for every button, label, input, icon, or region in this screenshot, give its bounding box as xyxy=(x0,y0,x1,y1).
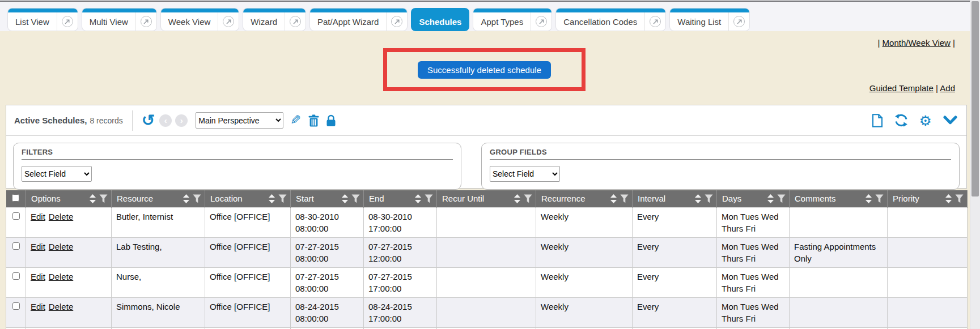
column-header-recur-until: Recur Until xyxy=(437,190,536,207)
external-link-icon[interactable] xyxy=(728,12,749,31)
priority-cell xyxy=(888,207,968,237)
external-link-icon[interactable] xyxy=(135,12,156,31)
edit-link[interactable]: Edit xyxy=(31,212,45,221)
column-label: End xyxy=(369,194,411,203)
filter-funnel-icon[interactable] xyxy=(705,194,713,203)
filter-funnel-icon[interactable] xyxy=(351,194,360,203)
row-checkbox[interactable] xyxy=(12,272,20,280)
column-header-start: Start xyxy=(291,190,364,207)
guided-template-link[interactable]: Guided Template xyxy=(869,83,934,93)
delete-link[interactable]: Delete xyxy=(49,302,73,311)
filter-funnel-icon[interactable] xyxy=(524,194,532,203)
tab-week-view[interactable]: Week View xyxy=(161,8,239,31)
external-link-icon[interactable] xyxy=(531,12,551,31)
filter-funnel-icon[interactable] xyxy=(777,194,786,203)
options-cell: EditDelete xyxy=(26,267,112,297)
table-row: EditDeleteLab Testing,Office [OFFICE]07-… xyxy=(6,237,968,267)
end-cell: 08-30-2010 17:00:00 xyxy=(364,207,437,237)
edit-link[interactable]: Edit xyxy=(31,242,45,251)
table-row: EditDeleteNurse,Office [OFFICE]07-27-201… xyxy=(6,267,968,297)
success-notification[interactable]: Successfully deleted schedule xyxy=(418,61,551,79)
tab-label: Appt Types xyxy=(473,17,531,27)
filter-funnel-icon[interactable] xyxy=(875,194,884,203)
tab-list-view[interactable]: List View xyxy=(8,8,78,31)
tab-label: Week View xyxy=(161,17,218,27)
tab-cancellation-codes[interactable]: Cancellation Codes xyxy=(556,8,665,31)
row-checkbox[interactable] xyxy=(12,242,20,250)
filter-panels: FILTERS Select Field GROUP FIELDS Select… xyxy=(6,136,966,190)
row-checkbox[interactable] xyxy=(12,302,20,310)
days-cell: Mon Tues Wed Thurs Fri xyxy=(717,207,790,237)
external-link-icon[interactable] xyxy=(386,12,407,31)
month-week-view-link[interactable]: Month/Week View xyxy=(883,38,951,48)
external-link-icon[interactable] xyxy=(285,12,306,31)
filter-funnel-icon[interactable] xyxy=(620,194,629,203)
table-header-row: OptionsResourceLocationStartEndRecur Unt… xyxy=(6,190,968,207)
filters-field-select[interactable]: Select Field xyxy=(22,166,92,182)
refresh-icon[interactable] xyxy=(894,114,908,127)
location-cell: Office [OFFICE] xyxy=(205,297,291,327)
end-cell: 07-27-2015 17:00:00 xyxy=(364,267,437,297)
next-perspective-icon[interactable]: › xyxy=(175,114,188,127)
delete-perspective-icon[interactable] xyxy=(308,114,319,127)
column-label: Interval xyxy=(638,194,691,203)
tab-waiting-list[interactable]: Waiting List xyxy=(670,8,749,31)
sort-icon[interactable] xyxy=(865,194,872,203)
new-document-icon[interactable] xyxy=(872,114,883,127)
sort-icon[interactable] xyxy=(183,194,190,203)
tab-label: List View xyxy=(8,17,57,27)
delete-link[interactable]: Delete xyxy=(49,212,73,221)
edit-link[interactable]: Edit xyxy=(31,272,45,281)
start-cell: 08-30-2010 08:00:00 xyxy=(291,207,364,237)
group-fields-panel: GROUP FIELDS Select Field xyxy=(481,143,960,190)
select-all-checkbox[interactable] xyxy=(12,194,19,202)
add-link[interactable]: Add xyxy=(940,83,955,93)
filter-funnel-icon[interactable] xyxy=(193,194,201,203)
sort-icon[interactable] xyxy=(694,194,702,203)
scrollbar-thumb[interactable] xyxy=(971,1,979,196)
collapse-chevron-icon[interactable] xyxy=(943,116,957,125)
delete-link[interactable]: Delete xyxy=(49,272,73,281)
template-links-line: Guided Template | Add xyxy=(869,83,955,93)
column-header-recurrence: Recurrence xyxy=(536,190,633,207)
table-row: EditDeleteSimmons, NicoleOffice [OFFICE]… xyxy=(6,297,968,327)
sort-icon[interactable] xyxy=(514,194,521,203)
sort-icon[interactable] xyxy=(414,194,422,203)
sort-icon[interactable] xyxy=(341,194,349,203)
comments-cell: Fasting Appointments Only xyxy=(790,237,888,267)
sort-icon[interactable] xyxy=(610,194,617,203)
edit-perspective-icon[interactable]: ✎ xyxy=(290,113,301,128)
prev-perspective-icon[interactable]: ‹ xyxy=(159,114,172,127)
pipe-right: | xyxy=(953,38,955,48)
settings-gear-icon[interactable]: ⚙ xyxy=(919,114,932,127)
sort-icon[interactable] xyxy=(89,194,96,203)
end-cell: 08-24-2015 17:00:00 xyxy=(364,297,437,327)
filter-funnel-icon[interactable] xyxy=(955,194,964,203)
filter-funnel-icon[interactable] xyxy=(99,194,108,203)
external-link-icon[interactable] xyxy=(57,12,78,31)
undo-icon[interactable]: ↺ xyxy=(142,114,155,127)
filter-funnel-icon[interactable] xyxy=(278,194,287,203)
tab-label: Schedules xyxy=(411,17,469,27)
group-fields-select[interactable]: Select Field xyxy=(490,166,560,182)
toolbar-right-icons: ⚙ xyxy=(872,114,957,127)
external-link-icon[interactable] xyxy=(218,12,239,31)
filter-funnel-icon[interactable] xyxy=(425,194,433,203)
sort-icon[interactable] xyxy=(945,194,952,203)
tab-wizard[interactable]: Wizard xyxy=(243,8,306,31)
row-checkbox[interactable] xyxy=(12,212,20,220)
schedules-table-wrap: OptionsResourceLocationStartEndRecur Unt… xyxy=(6,190,967,329)
edit-link[interactable]: Edit xyxy=(31,302,45,311)
tab-pat-appt-wizard[interactable]: Pat/Appt Wizard xyxy=(310,8,407,31)
sort-icon[interactable] xyxy=(268,194,275,203)
perspective-select[interactable]: Main Perspective xyxy=(196,112,283,129)
days-cell: Mon Tues Wed Thurs Fri xyxy=(717,297,790,327)
lock-icon[interactable] xyxy=(326,114,336,127)
external-link-icon[interactable] xyxy=(644,12,665,31)
sort-icon[interactable] xyxy=(767,194,774,203)
tab-multi-view[interactable]: Multi View xyxy=(82,8,156,31)
tab-appt-types[interactable]: Appt Types xyxy=(473,8,551,31)
interval-cell: Every xyxy=(633,237,717,267)
delete-link[interactable]: Delete xyxy=(49,242,73,251)
tab-schedules[interactable]: Schedules xyxy=(411,8,469,31)
